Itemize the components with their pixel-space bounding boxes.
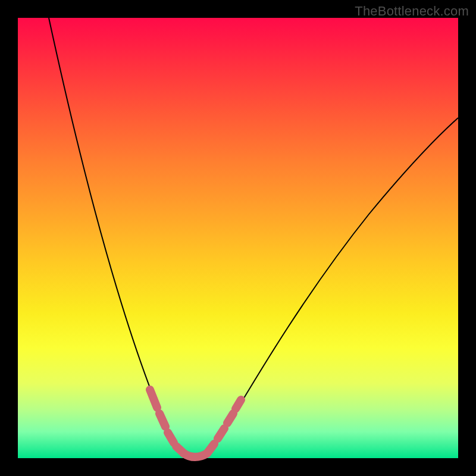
pink-dots-right bbox=[207, 400, 241, 453]
pink-dots-left bbox=[150, 390, 184, 453]
main-curve bbox=[49, 18, 458, 458]
watermark-text: TheBottleneck.com bbox=[355, 4, 469, 19]
chart-svg bbox=[18, 18, 458, 458]
